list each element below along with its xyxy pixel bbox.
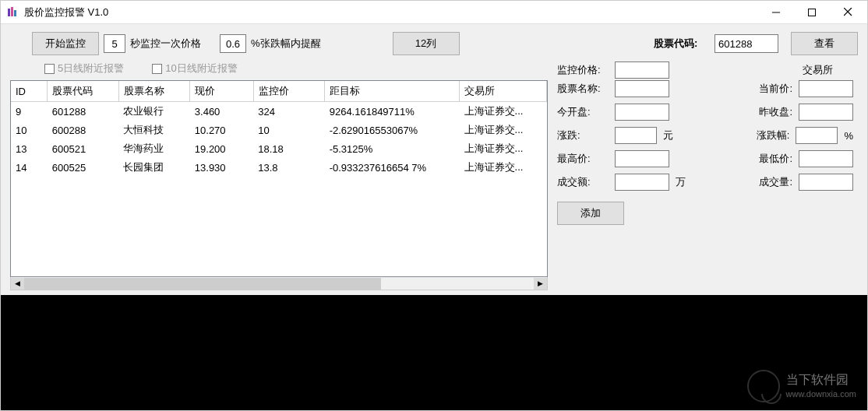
table-row[interactable]: 9601288农业银行3.4603249264.161849711%上海证券交.…	[11, 102, 547, 121]
current-price-input[interactable]	[799, 80, 853, 97]
change-input[interactable]	[615, 127, 657, 144]
table-cell: 大恒科技	[118, 121, 190, 139]
close-button[interactable]	[830, 1, 866, 24]
table-cell: 324	[253, 102, 325, 121]
table-cell: 10	[11, 121, 48, 139]
table-cell: 10	[253, 121, 325, 139]
svg-rect-4	[809, 9, 816, 16]
ten-day-checkbox[interactable]: 10日线附近报警	[152, 61, 237, 76]
high-label: 最高价:	[557, 152, 609, 166]
checkbox-row: 5日线附近报警 10日线附近报警	[44, 61, 548, 76]
five-day-checkbox[interactable]: 5日线附近报警	[44, 61, 124, 76]
current-price-label: 当前价:	[749, 82, 792, 96]
window: 股价监控报警 V1.0 开始监控 秒监控一次价格 %张跌幅内提醒 12列 股票代…	[0, 0, 868, 411]
table-section: ID股票代码股票名称现价监控价距目标交易所 9601288农业银行3.46032…	[10, 80, 548, 290]
table-header[interactable]: 监控价	[253, 81, 325, 102]
stock-name-input[interactable]	[615, 80, 669, 97]
table-cell: 9264.161849711%	[325, 102, 460, 121]
table-cell: -2.629016553067%	[325, 121, 460, 139]
table-cell: 10.270	[190, 121, 253, 139]
svg-rect-1	[11, 7, 13, 16]
prev-close-input[interactable]	[799, 104, 853, 121]
table-cell: 13.930	[190, 158, 253, 177]
table-cell: 上海证券交...	[460, 158, 547, 177]
stock-code-input[interactable]	[715, 34, 778, 53]
change-pct-label: 涨跌幅:	[746, 128, 789, 142]
toolbar-row: 开始监控 秒监控一次价格 %张跌幅内提醒 12列 股票代码: 查看	[10, 32, 858, 55]
svg-rect-2	[14, 10, 16, 16]
change-label: 涨跌:	[557, 128, 609, 142]
table-header[interactable]: 股票代码	[48, 81, 119, 102]
watch-price-input[interactable]	[615, 61, 669, 79]
table-row[interactable]: 10600288大恒科技10.27010-2.629016553067%上海证券…	[11, 121, 547, 139]
amount-label: 成交额:	[557, 175, 609, 189]
high-input[interactable]	[615, 150, 669, 167]
content-area: 开始监控 秒监控一次价格 %张跌幅内提醒 12列 股票代码: 查看	[1, 24, 867, 410]
table-cell: 600288	[48, 121, 119, 139]
open-input[interactable]	[615, 104, 669, 121]
details-form: 股票名称: 当前价: 今开盘: 昨收盘: 涨跌: 元 涨跌幅:	[557, 80, 858, 290]
prev-close-label: 昨收盘:	[749, 105, 792, 119]
watermark: 当下软件园 www.downxia.com	[747, 370, 856, 402]
interval-input[interactable]	[104, 34, 125, 53]
table-cell: 上海证券交...	[460, 102, 547, 121]
stock-table[interactable]: ID股票代码股票名称现价监控价距目标交易所 9601288农业银行3.46032…	[10, 80, 548, 277]
volume-label: 成交量:	[749, 175, 792, 189]
table-cell: -5.3125%	[325, 139, 460, 158]
code-label: 股票代码:	[654, 37, 710, 51]
exchange-label: 交易所	[803, 63, 833, 77]
threshold-label: %张跌幅内提醒	[251, 37, 321, 51]
titlebar: 股价监控报警 V1.0	[1, 1, 867, 24]
table-cell: 9	[11, 102, 48, 121]
table-cell: 600521	[48, 139, 119, 158]
table-header[interactable]: 交易所	[460, 81, 547, 102]
stock-name-label: 股票名称:	[557, 82, 609, 96]
scroll-left-icon[interactable]: ◀	[11, 278, 24, 290]
threshold-input[interactable]	[220, 34, 246, 53]
table-header[interactable]: 股票名称	[118, 81, 190, 102]
table-row[interactable]: 13600521华海药业19.20018.18-5.3125%上海证券交...	[11, 139, 547, 158]
volume-input[interactable]	[799, 174, 853, 191]
table-header[interactable]: 现价	[190, 81, 253, 102]
columns-button[interactable]: 12列	[393, 32, 460, 55]
amount-input[interactable]	[615, 174, 669, 191]
table-row[interactable]: 14600525长园集团13.93013.8-0.933237616654 7%…	[11, 158, 547, 177]
table-header[interactable]: ID	[11, 81, 48, 102]
maximize-button[interactable]	[794, 1, 830, 24]
table-cell: 3.460	[190, 102, 253, 121]
table-cell: -0.933237616654 7%	[325, 158, 460, 177]
amount-unit: 万	[676, 175, 686, 189]
interval-label: 秒监控一次价格	[130, 37, 201, 51]
table-cell: 600525	[48, 158, 119, 177]
watermark-logo-icon	[747, 370, 780, 402]
table-cell: 601288	[48, 102, 119, 121]
svg-rect-0	[8, 9, 10, 16]
table-cell: 农业银行	[118, 102, 190, 121]
low-label: 最低价:	[749, 152, 792, 166]
window-title: 股价监控报警 V1.0	[24, 5, 758, 19]
table-header[interactable]: 距目标	[325, 81, 460, 102]
table-cell: 18.18	[253, 139, 325, 158]
change-unit: 元	[663, 128, 673, 142]
table-cell: 长园集团	[118, 158, 190, 177]
minimize-button[interactable]	[758, 1, 794, 24]
window-buttons	[758, 1, 866, 24]
view-button[interactable]: 查看	[791, 32, 858, 55]
open-label: 今开盘:	[557, 105, 609, 119]
app-icon	[7, 6, 19, 19]
table-cell: 14	[11, 158, 48, 177]
horizontal-scrollbar[interactable]: ◀ ▶	[10, 277, 548, 290]
start-monitor-button[interactable]: 开始监控	[32, 32, 99, 55]
low-input[interactable]	[799, 150, 853, 167]
table-cell: 华海药业	[118, 139, 190, 158]
change-pct-input[interactable]	[796, 127, 838, 144]
table-cell: 13.8	[253, 158, 325, 177]
add-button[interactable]: 添加	[557, 202, 624, 225]
watch-price-label: 监控价格:	[557, 63, 609, 77]
table-cell: 13	[11, 139, 48, 158]
watermark-text: 当下软件园	[786, 372, 856, 388]
watermark-url: www.downxia.com	[786, 388, 856, 399]
scroll-right-icon[interactable]: ▶	[534, 278, 547, 290]
table-cell: 19.200	[190, 139, 253, 158]
console-area: 当下软件园 www.downxia.com	[1, 295, 867, 410]
